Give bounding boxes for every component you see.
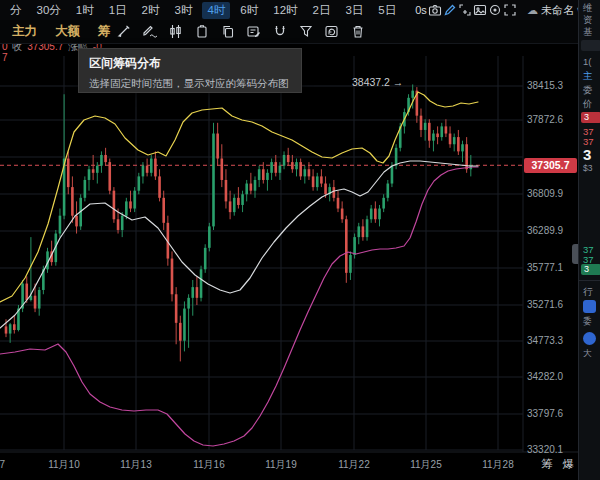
tab-large-orders[interactable]: 大额 — [55, 23, 80, 40]
band-mid — [0, 161, 478, 328]
frame-add-icon[interactable] — [458, 2, 472, 18]
tooltip-chip-distribution: 区间筹码分布 选择固定时间范围，显示对应的筹码分布图 — [78, 48, 302, 93]
tab-chips[interactable]: 筹 — [98, 23, 111, 40]
clipboard-icon[interactable] — [189, 23, 215, 41]
bid-price-pill: 3 — [581, 264, 600, 275]
whale-label: 大 — [583, 348, 592, 360]
panel-price-header: 价 — [583, 98, 593, 111]
price-axis-label: 33797.6 — [527, 408, 563, 419]
time-axis-label: 11月22 — [324, 458, 384, 472]
tools-toolbar: 主力 大额 筹 — [0, 20, 600, 44]
panel-tab-main[interactable]: 主 — [583, 70, 593, 83]
price-axis-label: 37872.6 — [527, 114, 563, 125]
time-axis-label: 11月13 — [106, 458, 166, 472]
fullscreen-icon[interactable] — [503, 2, 517, 18]
image-icon[interactable] — [473, 2, 487, 18]
high-price-annotation: 38437.2 → — [352, 76, 403, 88]
candles-layer — [5, 84, 472, 361]
tab-timeframe-1d[interactable]: 1日 — [104, 2, 132, 19]
tab-timeframe-3d[interactable]: 3日 — [340, 2, 368, 19]
price-axis[interactable]: 38415.337872.636809.936289.935777.135271… — [527, 0, 577, 480]
tab-timeframe-4h-selected[interactable]: 4时 — [202, 2, 230, 19]
time-axis-label: 11月7 — [0, 458, 22, 472]
delegate-icon[interactable] — [583, 300, 596, 313]
panel-divider — [579, 280, 600, 281]
pen-wave-icon[interactable] — [137, 23, 163, 41]
ask-price-pill: 3 — [581, 112, 600, 123]
panel-frag-3[interactable]: 基 — [583, 26, 593, 39]
trash-icon[interactable] — [345, 23, 371, 41]
target-settings-icon[interactable] — [488, 2, 502, 18]
magnet-icon[interactable] — [267, 23, 293, 41]
time-axis-label: 11月25 — [396, 458, 456, 472]
toggle-liquidation[interactable]: 爆 — [563, 457, 575, 472]
tab-timeframe-12h[interactable]: 12时 — [268, 2, 302, 19]
tab-timeframe-5d[interactable]: 5日 — [373, 2, 401, 19]
info-line-2: 7 — [2, 52, 8, 63]
current-price-tag: 37305.7 — [524, 158, 577, 173]
copy-icon[interactable] — [215, 23, 241, 41]
tooltip-body: 选择固定时间范围，显示对应的筹码分布图 — [89, 77, 291, 91]
candles-icon[interactable] — [163, 23, 189, 41]
price-axis-label: 34282.0 — [527, 371, 563, 382]
cloud-icon: ☁ — [527, 4, 538, 17]
funnel-icon[interactable] — [293, 23, 319, 41]
price-axis-label: 35271.6 — [527, 299, 563, 310]
candle-countdown: 0s — [415, 4, 427, 16]
last-price-usd: $3 — [583, 163, 592, 173]
ruler-pencil-icon[interactable] — [111, 23, 137, 41]
price-axis-label: 35777.1 — [527, 262, 563, 273]
price-axis-label: 36289.9 — [527, 225, 563, 236]
tab-timeframe-6h[interactable]: 6时 — [235, 2, 263, 19]
tab-timeframe-3h[interactable]: 3时 — [170, 2, 198, 19]
rotate-icon[interactable] — [319, 23, 345, 41]
right-market-panel-truncated[interactable]: 维 资 基 1( 主 委 价 3 37 37 3 $3 37 37 3 行 委 … — [578, 0, 600, 480]
toggle-chips[interactable]: 筹 — [541, 457, 553, 472]
time-axis[interactable]: 11月711月1011月1311月1611月1911月2211月2511月28 — [0, 452, 577, 476]
tooltip-title: 区间筹码分布 — [89, 55, 291, 72]
panel-tab-orders[interactable]: 委 — [583, 84, 593, 97]
time-axis-label: 11月19 — [251, 458, 311, 472]
time-axis-label: 11月10 — [34, 458, 94, 472]
camera-icon[interactable] — [428, 2, 442, 18]
price-axis-label: 38415.3 — [527, 80, 563, 91]
bottom-toggles: 筹 爆 — [541, 457, 574, 472]
panel-collapse-handle[interactable] — [572, 244, 578, 264]
tab-timeframe-30m[interactable]: 30分 — [32, 2, 66, 19]
last-price-big: 3 — [583, 146, 591, 163]
draw-pencil-icon[interactable] — [443, 2, 457, 18]
note-edit-icon[interactable] — [241, 23, 267, 41]
panel-button[interactable] — [581, 40, 600, 51]
price-axis-label: 36809.9 — [527, 188, 563, 199]
panel-frag-hang: 行 — [583, 286, 593, 299]
panel-frag-4: 1( — [583, 56, 591, 67]
tab-timeframe-2h[interactable]: 2时 — [137, 2, 165, 19]
time-axis-label: 11月16 — [179, 458, 239, 472]
tab-main-force[interactable]: 主力 — [12, 23, 37, 40]
timeframe-toolbar: 分 30分 1时 1日 2时 3时 4时 6时 12时 2日 3日 5日 0s … — [0, 0, 600, 20]
tab-timeframe-1h[interactable]: 1时 — [71, 2, 99, 19]
delegate-label: 委 — [583, 316, 592, 328]
tab-timeframe-2d[interactable]: 2日 — [308, 2, 336, 19]
time-axis-label: 11月28 — [468, 458, 528, 472]
price-axis-label: 34773.3 — [527, 335, 563, 346]
whale-icon[interactable] — [583, 332, 596, 345]
workspace-name[interactable]: 未命名 — [541, 3, 574, 18]
tab-timeframe-min[interactable]: 分 — [5, 2, 27, 19]
